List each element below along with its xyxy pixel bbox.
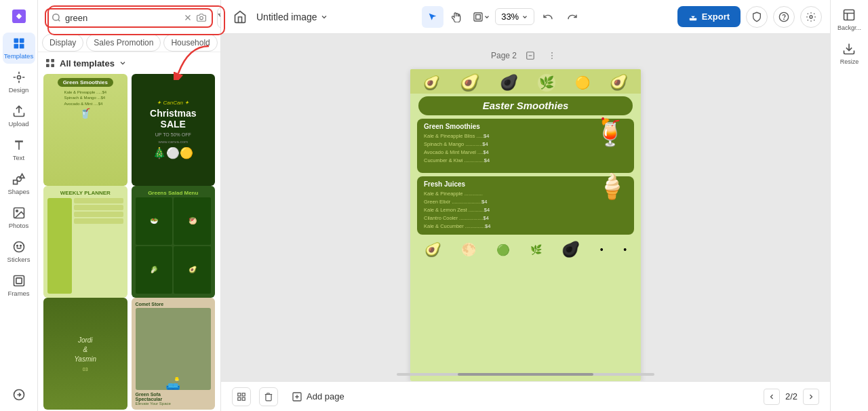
sidebar-item-shapes[interactable]: Shapes (3, 168, 35, 199)
svg-rect-24 (476, 14, 481, 19)
export-icon (688, 12, 698, 22)
svg-point-31 (551, 58, 553, 59)
svg-point-12 (20, 246, 21, 247)
svg-rect-32 (238, 393, 241, 395)
tab-household[interactable]: Household (163, 34, 217, 52)
export-button[interactable]: Export (677, 6, 741, 27)
select-tool-button[interactable] (422, 6, 443, 28)
chevron-down-icon (484, 14, 490, 20)
main-area: Untitled image 33% (221, 0, 830, 411)
help-icon-btn[interactable] (773, 6, 795, 28)
sidebar-item-design[interactable]: Design (3, 66, 35, 98)
search-input[interactable] (65, 13, 179, 23)
green-smoothies-section: Green Smoothies Kale & Pineapple Bliss .… (417, 119, 634, 173)
prev-page-button[interactable] (764, 389, 780, 405)
resize-panel-item[interactable]: Resize (840, 42, 859, 65)
background-panel-item[interactable]: Backgr... (837, 8, 861, 31)
svg-rect-35 (242, 397, 245, 400)
search-bar (38, 0, 220, 28)
search-input-wrapper[interactable] (45, 8, 213, 28)
settings-icon-btn[interactable] (800, 6, 822, 28)
svg-rect-34 (238, 397, 241, 400)
svg-point-17 (200, 16, 203, 20)
template-item[interactable]: WEEKLY PLANNER (43, 186, 127, 298)
sidebar-item-text[interactable]: Text (3, 134, 35, 165)
resize-label: Resize (840, 58, 859, 65)
template-item[interactable]: Comet Store 🛋️ Green SofaSpectacular Ele… (132, 298, 216, 410)
sidebar-item-label: Design (9, 86, 29, 94)
smoothie-title: Easter Smoothies (483, 100, 569, 111)
sidebar-item-photos[interactable]: Photos (3, 202, 35, 233)
canvas-area[interactable]: Page 2 🥑 🥑 🥑 🌿 🟡 (221, 34, 830, 381)
tab-display[interactable]: Display (42, 34, 83, 52)
sidebar-item-stickers[interactable]: Stickers (3, 236, 35, 267)
tab-sales-promotion[interactable]: Sales Promotion (86, 34, 161, 52)
add-page-button[interactable]: Add page (286, 389, 350, 405)
svg-rect-37 (844, 10, 854, 20)
svg-rect-13 (14, 276, 24, 286)
sidebar-item-upload[interactable]: Upload (3, 100, 35, 132)
canvas-page[interactable]: 🥑 🥑 🥑 🌿 🟡 🥑 Easter Smoothies (410, 69, 641, 381)
svg-rect-20 (46, 64, 50, 67)
svg-rect-4 (19, 44, 24, 49)
background-label: Backgr... (837, 24, 861, 31)
templates-panel: Display Sales Promotion Household All te… (38, 0, 221, 411)
svg-rect-23 (474, 13, 482, 21)
template-item[interactable]: Green Smoothies Kale & Pineapple .....$4… (43, 74, 127, 186)
frame-tool-button[interactable] (471, 6, 492, 28)
template-item[interactable]: Greens Salad Menu 🥗 🥙 🥬 🥑 (132, 186, 216, 298)
all-templates-dropdown[interactable]: All templates (38, 52, 220, 74)
clear-icon[interactable] (183, 13, 193, 22)
canvas-scrollbar[interactable] (397, 373, 654, 376)
zoom-control[interactable]: 33% (495, 8, 534, 25)
right-panel: Backgr... Resize (830, 0, 868, 411)
sidebar-item-label: Shapes (7, 188, 29, 195)
svg-point-27 (810, 16, 812, 18)
section1-title: Green Smoothies (424, 123, 588, 130)
svg-point-26 (784, 19, 785, 20)
resize-icon (842, 42, 856, 56)
hand-tool-button[interactable] (446, 6, 468, 28)
title-dropdown-icon (320, 13, 328, 21)
category-tabs: Display Sales Promotion Household (38, 28, 220, 52)
sidebar-collapse-btn[interactable] (3, 384, 35, 406)
page-label: Page 2 (491, 47, 560, 64)
search-icon (52, 13, 61, 22)
sidebar-item-templates[interactable]: Templates (3, 33, 35, 64)
sidebar-item-frames[interactable]: Frames (3, 270, 35, 301)
svg-rect-3 (14, 44, 18, 49)
template-item[interactable]: Jordi&Yasmin 03 (43, 298, 127, 410)
svg-rect-2 (19, 39, 24, 43)
svg-point-29 (551, 52, 553, 54)
delete-button[interactable] (259, 387, 278, 406)
smoothie-title-bar: Easter Smoothies (418, 96, 633, 115)
svg-rect-33 (242, 393, 245, 395)
next-page-button[interactable] (803, 389, 819, 405)
sidebar-item-label: Templates (4, 52, 33, 60)
page-indicator: 2/2 (785, 391, 797, 402)
svg-point-5 (17, 76, 20, 79)
grid-view-button[interactable] (232, 387, 251, 406)
svg-rect-7 (13, 180, 17, 184)
zoom-dropdown-icon (521, 14, 528, 20)
undo-button[interactable] (537, 6, 559, 28)
background-icon (842, 8, 856, 22)
svg-point-30 (551, 55, 553, 56)
page-more-icon[interactable] (544, 47, 560, 64)
redo-button[interactable] (561, 6, 583, 28)
templates-grid: Green Smoothies Kale & Pineapple .....$4… (38, 74, 220, 411)
svg-point-11 (16, 246, 18, 247)
page-options-icon[interactable] (522, 47, 538, 64)
bottom-bar: Add page 2/2 (221, 381, 830, 411)
home-button[interactable] (229, 6, 251, 28)
svg-rect-14 (16, 278, 21, 283)
camera-icon[interactable] (197, 13, 206, 22)
document-title[interactable]: Untitled image (256, 12, 328, 22)
svg-rect-1 (14, 39, 18, 43)
sidebar-item-label: Frames (7, 290, 29, 297)
page-navigation: 2/2 (764, 389, 819, 405)
sidebar-item-label: Photos (9, 222, 29, 229)
app-logo[interactable] (3, 5, 35, 27)
template-item[interactable]: ✦ CanCan ✦ ChristmasSALE UP TO 50% OFF w… (132, 74, 216, 186)
shield-icon-btn[interactable] (746, 6, 768, 28)
